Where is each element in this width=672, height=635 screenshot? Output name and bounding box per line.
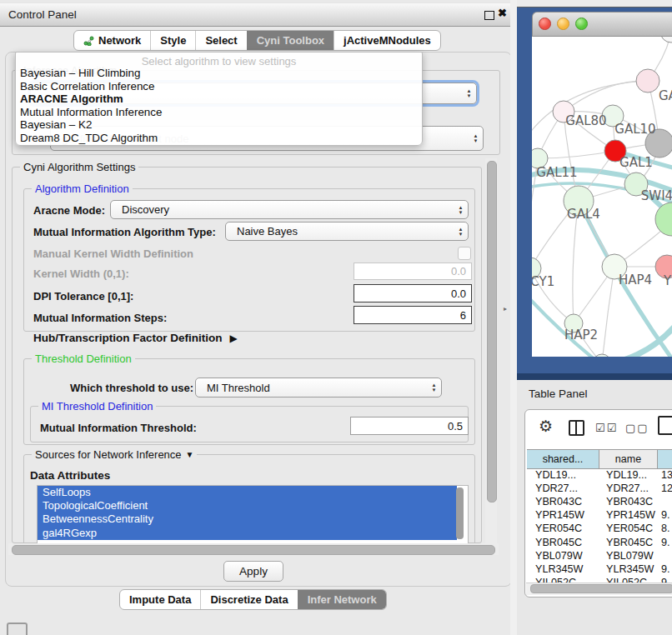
table-cell: YLR345W	[599, 563, 658, 575]
algorithm-option[interactable]: Basic Correlation Inference	[16, 80, 422, 93]
table-rows: YDL19...YDL19...13YDR27...YDR27...12YBR0…	[527, 468, 672, 589]
float-panel-icon[interactable]	[484, 11, 494, 20]
mi-algorithm-type-label: Mutual Information Algorithm Type:	[33, 226, 216, 238]
table-row[interactable]: YDR27...YDR27...12	[527, 482, 672, 495]
columns-icon[interactable]	[569, 420, 584, 436]
table-row[interactable]: YBL079WYBL079W	[527, 549, 672, 562]
network-edge	[602, 322, 672, 357]
mi-steps-field[interactable]: 6	[354, 306, 472, 324]
dropdown-placeholder: Select algorithm to view settings	[16, 52, 422, 67]
hub-definition-label: Hub/Transcription Factor Definition	[33, 332, 223, 344]
algorithm-dropdown-popup: Select algorithm to view settings Bayesi…	[15, 52, 423, 146]
threshold-definition-title: Threshold Definition	[32, 352, 135, 365]
table-column-header[interactable]: shared...	[527, 450, 599, 468]
aracne-mode-label: Aracne Mode:	[33, 204, 105, 217]
table-column-header[interactable]	[658, 450, 672, 468]
tab-label: Style	[160, 31, 186, 50]
table-cell: YBL079W	[599, 550, 658, 562]
attribute-item[interactable]: gal4RGexp	[38, 527, 457, 540]
mi-threshold-field[interactable]: 0.5	[350, 417, 469, 435]
table-cell: YER054C	[599, 522, 658, 534]
hub-definition-expander[interactable]: Hub/Transcription Factor Definition ▶	[33, 332, 238, 344]
table-header-row: shared...name	[527, 449, 672, 469]
tab-network[interactable]: Network	[74, 31, 150, 50]
dpi-tolerance-field[interactable]: 0.0	[354, 284, 472, 302]
table-row[interactable]: YBR045CYBR045C9.	[527, 535, 672, 548]
divider-handle-icon[interactable]: ▸	[504, 305, 507, 312]
table-cell: YDR27...	[527, 482, 599, 494]
network-window-titlebar[interactable]	[532, 12, 672, 37]
attribute-item[interactable]: SelfLoops	[38, 486, 457, 499]
node-label: HAP2	[564, 328, 598, 342]
cyni-mode-tabs: Impute DataDiscretize DataInfer Network	[119, 589, 387, 610]
table-row[interactable]: YBR043CYBR043C	[527, 495, 672, 508]
table-cell: YDL19...	[527, 469, 599, 481]
manual-kernel-label: Manual Kernel Width Definition	[33, 248, 193, 260]
panel-divider[interactable]	[510, 0, 517, 635]
table-row[interactable]: YLR345WYLR345W9.	[527, 562, 672, 576]
tab-impute-data[interactable]: Impute Data	[120, 590, 200, 609]
sources-group-title[interactable]: Sources for Network Inference ▼	[32, 448, 197, 461]
node-label: GAL4	[567, 207, 600, 222]
deselect-all-checkboxes-icon[interactable]: ▢▢	[625, 422, 649, 434]
table-cell: YBR045C	[599, 537, 658, 548]
network-view[interactable]: GALGAL80GAL10GAL1GAL11SWI4GAL4GCY1HAP4YH…	[532, 37, 672, 357]
manual-kernel-checkbox[interactable]	[458, 247, 471, 260]
node-label: GAL10	[614, 122, 655, 137]
algorithm-option[interactable]: Dream8 DC_TDC Algorithm	[16, 132, 422, 145]
network-node[interactable]	[660, 37, 672, 42]
aracne-mode-combo[interactable]: Discovery ▲▼	[110, 200, 469, 219]
close-panel-icon[interactable]: ✖	[498, 7, 507, 19]
table-cell: 8.	[658, 522, 672, 534]
attributes-scrollbar-thumb[interactable]	[456, 488, 464, 539]
select-all-checkboxes-icon[interactable]: ☑☑	[595, 422, 618, 434]
settings-vertical-scrollbar-thumb[interactable]	[487, 161, 497, 502]
attribute-item[interactable]: TopologicalCoefficient	[38, 499, 457, 512]
network-node[interactable]	[655, 202, 672, 236]
zoom-traffic-light[interactable]	[575, 18, 588, 30]
table-cell: YLR345W	[527, 563, 599, 575]
mi-threshold-group-title: MI Threshold Definition	[38, 400, 156, 412]
which-threshold-combo[interactable]: MI Threshold ▲▼	[195, 378, 442, 398]
toolbar-partial-icon[interactable]	[658, 416, 672, 435]
table-row[interactable]: YDL19...YDL19...13	[527, 468, 672, 482]
algorithm-option[interactable]: Mutual Information Inference	[16, 106, 422, 119]
node-label: Y	[663, 273, 672, 288]
apply-button[interactable]: Apply	[223, 561, 283, 582]
table-column-header[interactable]: name	[599, 450, 658, 468]
tab-select[interactable]: Select	[195, 31, 246, 50]
kernel-width-field: 0.0	[354, 262, 472, 280]
desktop-bottom-edge	[517, 373, 672, 380]
cyni-algorithm-settings-title: Cyni Algorithm Settings	[20, 161, 138, 173]
table-cell: YDL19...	[599, 469, 658, 481]
tab-discretize-data[interactable]: Discretize Data	[200, 590, 297, 609]
node-label: HAP4	[619, 272, 652, 288]
tab-cyni-toolbox[interactable]: Cyni Toolbox	[247, 31, 333, 50]
algorithm-option[interactable]: Bayesian – Hill Climbing	[16, 67, 422, 80]
combo-arrows-icon: ▲▼	[454, 201, 468, 218]
node-label: GAL11	[536, 165, 577, 180]
table-row[interactable]: YPR145WYPR145W9.	[527, 508, 672, 522]
table-row[interactable]: YER054CYER054C8.	[527, 522, 672, 535]
mi-algorithm-type-combo[interactable]: Naive Bayes ▲▼	[225, 222, 469, 241]
minimize-traffic-light[interactable]	[557, 18, 569, 30]
table-horizontal-scrollbar-thumb[interactable]	[530, 584, 672, 593]
network-edge	[538, 151, 615, 158]
tab-label: Infer Network	[308, 590, 377, 609]
settings-gear-icon[interactable]: ⚙	[539, 417, 553, 436]
tab-label: Network	[98, 31, 141, 50]
table-cell: YPR145W	[599, 509, 658, 521]
node-label: GCY1	[532, 274, 554, 289]
minimized-panel-icon[interactable]	[7, 622, 28, 635]
algorithm-option[interactable]: ARACNE Algorithm	[16, 92, 422, 106]
tab-style[interactable]: Style	[150, 31, 195, 50]
network-node[interactable]	[636, 69, 659, 92]
close-traffic-light[interactable]	[539, 18, 551, 30]
tab-infer-network[interactable]: Infer Network	[298, 590, 386, 609]
algorithm-option[interactable]: Bayesian – K2	[16, 118, 422, 132]
attribute-item[interactable]: BetweennessCentrality	[38, 512, 457, 526]
mi-threshold-label: Mutual Information Threshold:	[40, 422, 197, 434]
settings-horizontal-scrollbar-thumb[interactable]	[12, 545, 495, 555]
attributes-listbox[interactable]: SelfLoopsTopologicalCoefficientBetweenne…	[37, 485, 469, 546]
tab-jactivemnodules[interactable]: jActiveMNodules	[333, 31, 440, 50]
